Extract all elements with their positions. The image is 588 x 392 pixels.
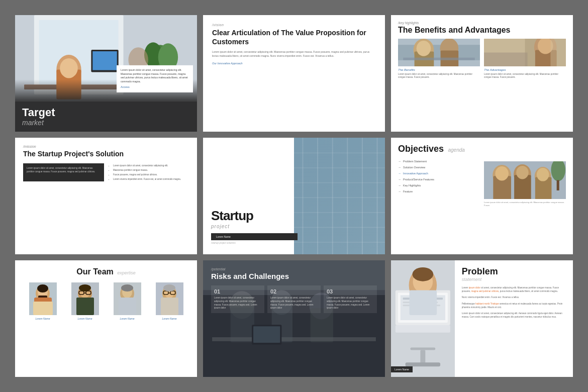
svg-point-72 bbox=[79, 284, 91, 291]
slide6-columns: Problem Statement Solution Overview Inno… bbox=[398, 158, 566, 207]
slide-mission: /mission The Startup Project's Solution … bbox=[15, 138, 197, 254]
menu-item-solution[interactable]: Solution Overview bbox=[398, 164, 480, 170]
slide1-card-text: Lorem ipsum dolor sit amet, consectetur … bbox=[121, 68, 189, 83]
svg-rect-73 bbox=[76, 298, 94, 315]
svg-rect-114 bbox=[410, 290, 437, 315]
svg-rect-65 bbox=[33, 302, 53, 315]
slide2-link[interactable]: Our Innovative Approach bbox=[212, 62, 376, 65]
slide4-title: The Startup Project's Solution bbox=[23, 150, 189, 158]
svg-rect-58 bbox=[557, 180, 559, 190]
svg-point-62 bbox=[37, 284, 48, 292]
svg-point-56 bbox=[537, 168, 549, 181]
slide5-project-label: project bbox=[211, 224, 298, 229]
problem-photo-svg bbox=[391, 260, 455, 377]
menu-item-problem[interactable]: Problem Statement bbox=[398, 158, 480, 164]
slide3-photo-benefits bbox=[398, 39, 480, 66]
risk3-text: Lorem ipsum dolor sit amet, consectetur … bbox=[327, 297, 374, 310]
slide3-columns: The Benefits Lorem ipsum dolor sit amet,… bbox=[398, 39, 566, 79]
slide5-main-title: Startup bbox=[211, 208, 298, 224]
slide9-body4: Lorem ipsum dolor sit amet, consectetuer… bbox=[462, 312, 566, 319]
avatar-2 bbox=[71, 282, 99, 315]
member3-name: Lorem Name bbox=[120, 317, 135, 320]
slide3-title: The Benefits and Advantages bbox=[398, 26, 566, 35]
member2-name: Lorem Name bbox=[78, 317, 92, 320]
slide9-sub: statement bbox=[462, 277, 566, 282]
slide5-caption: /startup project solutions bbox=[211, 242, 298, 244]
slide2-label: /vision bbox=[212, 23, 376, 27]
member4-name: Lorem Name bbox=[162, 317, 177, 320]
svg-rect-94 bbox=[311, 309, 333, 342]
slide9-left-photo: Lorem Name bbox=[391, 260, 455, 377]
slide3-benefits-title: The Benefits bbox=[398, 68, 480, 71]
slide4-list: Lorem ipsum dolor sit amet, consectetur … bbox=[108, 163, 189, 181]
slide1-title-area: Target market bbox=[15, 102, 197, 132]
risk3-num: 03 bbox=[327, 288, 374, 295]
svg-rect-110 bbox=[406, 362, 440, 366]
svg-rect-45 bbox=[294, 138, 385, 254]
benefits-photo-svg bbox=[398, 39, 480, 66]
team-member-1: Lorem Name bbox=[23, 282, 62, 320]
slide6-left: Problem Statement Solution Overview Inno… bbox=[398, 158, 480, 207]
slide-startup: Startup project Lorem Name /startup proj… bbox=[203, 138, 385, 254]
slide6-right: Lorem ipsum dolor sit amet, consectetur … bbox=[484, 158, 566, 207]
slide1-sub-title: market bbox=[22, 119, 190, 127]
slide9-right-content: Problem statement Lorem ipsum dolor sit … bbox=[455, 260, 573, 377]
slide-vision: /vision Clear Articulation of The Value … bbox=[203, 15, 385, 132]
list-item: Lorem viverra imperdiet enim. Fusce est,… bbox=[113, 177, 189, 181]
slide-target-market: Lorem ipsum dolor sit amet, consectetur … bbox=[15, 15, 197, 132]
svg-rect-107 bbox=[396, 325, 450, 333]
svg-rect-108 bbox=[411, 348, 436, 350]
person1-svg bbox=[29, 282, 57, 315]
menu-item-innovative[interactable]: Innovative Approach bbox=[398, 170, 480, 176]
team-row: Lorem Name bbox=[23, 282, 189, 320]
menu-item-feature[interactable]: Feature bbox=[398, 188, 480, 194]
menu-item-highlights[interactable]: Key Highlights bbox=[398, 182, 480, 188]
slide6-title: Objectives bbox=[398, 144, 444, 154]
svg-point-53 bbox=[516, 166, 528, 179]
slide5-left-content: Startup project Lorem Name /startup proj… bbox=[203, 138, 298, 254]
highlight3: habitant morbi Tristique bbox=[475, 303, 499, 305]
svg-point-50 bbox=[495, 166, 508, 181]
person3-svg bbox=[114, 282, 141, 315]
slide6-sub: agenda bbox=[448, 147, 465, 153]
risk-3: 03 Lorem ipsum dolor sit amet, consectet… bbox=[324, 285, 377, 313]
highlight1: ipsum dolor bbox=[469, 286, 480, 289]
risk-1: 01 Lorem ipsum dolor sit amet, consectet… bbox=[211, 285, 264, 313]
risk1-text: Lorem ipsum dolor sit amet, consectetur … bbox=[214, 297, 261, 310]
slide6-office-photo bbox=[484, 161, 566, 199]
person4-svg bbox=[156, 282, 183, 315]
slide-problem: Lorem Name Problem statement Lorem ipsum… bbox=[391, 260, 573, 377]
slide1-link[interactable]: Access bbox=[121, 85, 189, 89]
slide8-label: /potential bbox=[211, 267, 377, 271]
svg-point-77 bbox=[121, 284, 133, 291]
slide8-title: Risks and Challenges bbox=[211, 272, 377, 280]
slide9-body3: Pellentesque habitant morbi Tristique se… bbox=[462, 302, 566, 309]
menu-item-product[interactable]: Product/Service Features bbox=[398, 176, 480, 182]
svg-point-6 bbox=[60, 58, 78, 78]
person2-svg bbox=[71, 282, 99, 315]
svg-rect-8 bbox=[92, 51, 117, 70]
risk-2: 02 Lorem ipsum dolor sit amet, consectet… bbox=[267, 285, 321, 313]
svg-rect-78 bbox=[119, 298, 136, 315]
slide3-label: /key highlights bbox=[398, 21, 566, 25]
list-item: Fusce posuere, magna sed pulvinar ultric… bbox=[113, 172, 189, 177]
slide-objectives: Objectives agenda Problem Statement Solu… bbox=[391, 138, 573, 254]
team-member-3: Lorem Name bbox=[108, 282, 147, 320]
slide3-benefits-body: Lorem ipsum dolor sit amet, consectetur … bbox=[398, 73, 480, 79]
avatar-4 bbox=[156, 282, 183, 315]
avatar-1 bbox=[29, 282, 57, 315]
team-member-4: Lorem Name bbox=[150, 282, 189, 320]
slide3-advantages-title: The Advantages bbox=[484, 68, 566, 71]
slide5-button[interactable]: Lorem Name bbox=[211, 233, 298, 240]
slide3-col-benefits: The Benefits Lorem ipsum dolor sit amet,… bbox=[398, 39, 480, 79]
highlight2: magna sed pulvinar ultrices bbox=[471, 290, 499, 292]
member1-name: Lorem Name bbox=[36, 317, 50, 320]
slide6-menu-list: Problem Statement Solution Overview Inno… bbox=[398, 158, 480, 194]
risk1-num: 01 bbox=[214, 288, 261, 295]
svg-rect-86 bbox=[161, 298, 178, 315]
svg-rect-28 bbox=[484, 52, 528, 66]
slide4-dark-box: Lorem ipsum dolor sit amet, consectetur … bbox=[23, 163, 104, 181]
list-item: Lorem ipsum dolor sit amet, consectetur … bbox=[113, 163, 189, 168]
svg-rect-22 bbox=[403, 57, 475, 60]
slide4-columns: Lorem ipsum dolor sit amet, consectetur … bbox=[23, 163, 189, 181]
